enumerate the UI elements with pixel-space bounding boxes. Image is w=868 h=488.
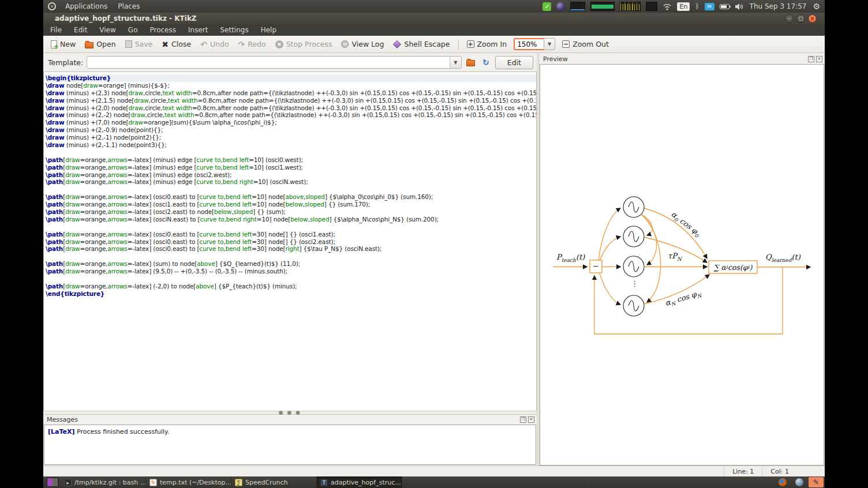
preview-close-icon[interactable]: ✕	[816, 56, 822, 62]
menu-file[interactable]: File	[50, 26, 62, 34]
close-button[interactable]: ✕	[808, 14, 817, 23]
menu-help[interactable]: Help	[261, 26, 276, 34]
net-monitor-applet[interactable]	[570, 2, 585, 11]
menu-view[interactable]: View	[99, 26, 115, 34]
code-line[interactable]: \draw (minus) +(2,1.5) node[draw,circle,…	[46, 97, 536, 104]
wifi-icon[interactable]	[663, 3, 672, 10]
code-line[interactable]: \begin{tikzpicture}	[46, 74, 536, 82]
code-line[interactable]: \path[draw=orange,arrows=-latex] (osci0.…	[46, 193, 536, 201]
redo-button[interactable]: ↷ Redo	[234, 38, 270, 50]
terminal-icon: ▸	[64, 479, 72, 486]
menu-go[interactable]: Go	[128, 26, 138, 34]
bluetooth-icon[interactable]: ᛒ	[695, 2, 699, 10]
battery-icon[interactable]	[720, 4, 729, 9]
code-line[interactable]: \draw (minus) +(2,-0.9) node(point){};	[46, 126, 536, 134]
save-button[interactable]: Save	[121, 38, 157, 50]
maximize-button[interactable]: ▢	[796, 14, 805, 23]
task-ktikz[interactable]: T adaptive_hopf_struc...	[317, 476, 402, 488]
ball-icon	[795, 478, 803, 486]
code-line[interactable]	[46, 275, 536, 283]
code-line[interactable]: \draw (minus) +(2,3) node[draw,circle,te…	[46, 89, 536, 97]
cpu-monitor-applet[interactable]	[590, 2, 615, 11]
code-line[interactable]: \path[draw=orange,arrows=-latex] (osci0.…	[46, 245, 536, 253]
mail-icon[interactable]: ✉	[705, 3, 714, 10]
code-line[interactable]: \draw (minus) +(2,-2) node[draw,circle,t…	[46, 111, 536, 119]
messages-panel: Messages ❐ ✕ [LaTeX] Process finished su…	[43, 415, 537, 466]
code-line[interactable]: \path[draw=orange,arrows=-latex] (-2,0) …	[46, 283, 536, 290]
task-speedcrunch[interactable]: ∑ SpeedCrunch	[231, 476, 317, 488]
stop-process-button[interactable]: ✖ Stop Process	[271, 38, 336, 50]
template-reload-button[interactable]: ↻	[480, 57, 492, 68]
open-button[interactable]: Open	[81, 38, 119, 50]
code-line[interactable]	[46, 149, 536, 156]
zoom-out-button[interactable]: − Zoom Out	[558, 38, 613, 50]
code-line[interactable]: \path[draw=orange,arrows=-latex] (minus)…	[46, 156, 536, 164]
window-title: adaptive_hopf_structure.tikz - KTikZ	[55, 14, 197, 22]
code-line[interactable]	[46, 186, 536, 193]
volume-icon[interactable]	[735, 3, 743, 10]
template-edit-button[interactable]: Edit	[495, 56, 533, 69]
code-line[interactable]: \path[draw=orange,arrows=-latex] (osci0.…	[46, 238, 536, 246]
clock[interactable]: Thu Sep 3 17:57	[749, 2, 808, 10]
messages-close-icon[interactable]: ✕	[528, 416, 534, 423]
template-dropdown-arrow[interactable]: ▼	[450, 57, 461, 68]
code-line[interactable]: \path[draw=orange,arrows=-latex] (sum) t…	[46, 260, 536, 268]
code-line[interactable]: \path[draw=orange,arrows=-latex] (osci2.…	[46, 208, 536, 216]
applications-menu[interactable]: Applications	[64, 2, 108, 10]
save-icon	[125, 40, 132, 48]
code-line[interactable]: \end{tikzpicture}	[46, 290, 536, 298]
code-line[interactable]: \path[draw=orange,arrows=-latex] (osci1.…	[46, 201, 536, 208]
code-line[interactable]: \path[draw=orange,arrows=-latex] (osci0.…	[46, 231, 536, 238]
menu-settings[interactable]: Settings	[220, 26, 248, 34]
code-editor[interactable]: \begin{tikzpicture}\draw node[draw=orang…	[43, 72, 537, 411]
minimize-button[interactable]: −	[785, 14, 794, 23]
zoom-dropdown-arrow[interactable]: ▼	[544, 38, 555, 50]
code-line[interactable]: \path[draw=orange,arrows=-latex] (minus)…	[46, 178, 536, 186]
new-button[interactable]: New	[47, 38, 80, 50]
distributor-logo-icon[interactable]	[48, 2, 56, 10]
app-indicator-icon[interactable]	[556, 2, 565, 11]
code-line[interactable]: \path[draw=orange,arrows=-latex] (minus)…	[46, 164, 536, 171]
close-file-button[interactable]: ✖ Close	[158, 38, 195, 50]
tau-pn-label: τPN	[668, 251, 682, 262]
code-line[interactable]: \draw (minus) +(7,0) node[draw=orange](s…	[46, 119, 536, 126]
menu-edit[interactable]: Edit	[74, 26, 87, 34]
monitor-applet-empty[interactable]	[646, 2, 657, 11]
code-line[interactable]: \path[draw=orange,arrows=-latex] (osciN.…	[46, 216, 536, 223]
preview-canvas[interactable]: − ∑ αi cos(φi) Pteach(t) Qlearned(t) τPN	[540, 64, 824, 466]
template-input[interactable]	[87, 57, 450, 68]
code-line[interactable]: \path[draw=orange,arrows=-latex] (minus)…	[46, 171, 536, 179]
code-line[interactable]	[46, 253, 536, 260]
undo-button[interactable]: ↶ Undo	[196, 38, 233, 50]
pen-icon: ✎	[813, 478, 819, 486]
updates-ok-icon[interactable]: ✓	[542, 2, 551, 11]
ball-launcher[interactable]	[792, 477, 807, 487]
task-texteditor[interactable]: ✎ temp.txt (~/Desktop...	[146, 476, 231, 488]
view-log-button[interactable]: View Log	[337, 38, 388, 50]
keyboard-layout-indicator[interactable]: En	[677, 2, 690, 11]
zoom-level-input[interactable]	[514, 38, 544, 50]
horizontal-splitter[interactable]: ● ● ●	[43, 411, 537, 415]
workspace-switcher[interactable]	[47, 478, 58, 487]
p-teach-label: Pteach(t)	[556, 253, 585, 263]
menu-process[interactable]: Process	[149, 26, 176, 34]
code-line[interactable]: \draw (minus) +(2,-1) node(point2){};	[46, 134, 536, 141]
code-line[interactable]: \path[draw=orange,arrows=-latex] (9.5,0)…	[46, 268, 536, 275]
zoom-in-button[interactable]: + Zoom In	[463, 38, 511, 50]
shell-escape-button[interactable]: Shell Escape	[389, 38, 454, 50]
window-titlebar[interactable]: adaptive_hopf_structure.tikz - KTikZ − ▢…	[43, 13, 825, 24]
preview-float-icon[interactable]: ❐	[808, 56, 814, 62]
active-app-launcher[interactable]: ✎	[809, 477, 824, 487]
code-line[interactable]: \draw (minus) +(2,0) node[draw,circle,te…	[46, 104, 536, 112]
code-line[interactable]: \draw (minus) +(2,-1.1) node(point3){};	[46, 141, 536, 149]
load-monitor-applet[interactable]	[620, 2, 641, 11]
places-menu[interactable]: Places	[117, 2, 141, 10]
task-terminal[interactable]: ▸ /tmp/ktikz.git : bash ...	[61, 476, 146, 488]
code-line[interactable]: \draw node[draw=orange] (minus){$-$};	[46, 82, 536, 89]
menu-insert[interactable]: Insert	[188, 26, 208, 34]
code-line[interactable]	[46, 223, 536, 231]
messages-float-icon[interactable]: ❐	[520, 416, 526, 423]
firefox-launcher[interactable]	[775, 477, 790, 487]
session-gear-icon[interactable]: ⚙	[813, 2, 820, 11]
template-new-button[interactable]	[465, 57, 477, 68]
